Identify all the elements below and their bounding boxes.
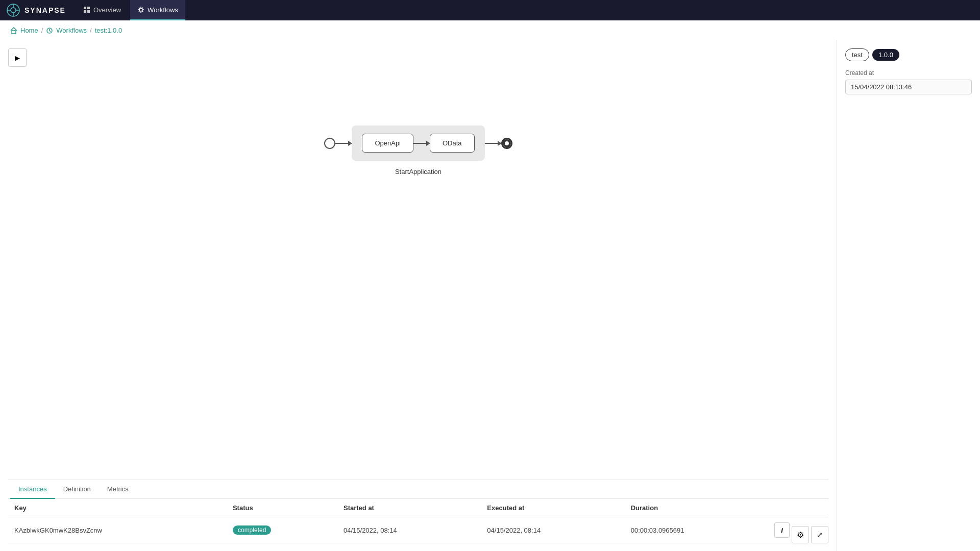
svg-rect-7 [87, 7, 90, 9]
nav-tab-overview[interactable]: Overview [76, 0, 128, 20]
workflow-tags: test 1.0.0 [845, 48, 972, 61]
openapi-label: OpenApi [375, 139, 401, 147]
expand-button[interactable]: ⤢ [811, 526, 828, 543]
tab-list: Instances Definition Metrics [8, 480, 828, 499]
diagram-flow: OpenApi OData [324, 126, 512, 161]
logo-text: SYNAPSE [24, 6, 66, 14]
settings-button[interactable]: ⚙ [792, 526, 809, 543]
svg-point-1 [11, 8, 16, 13]
diagram-canvas: OpenApi OData StartApplication [324, 126, 512, 176]
cell-status: completed [227, 517, 337, 543]
diagram-area: OpenApi OData StartApplication [8, 48, 828, 253]
breadcrumb-sep-2: / [90, 27, 92, 34]
breadcrumb: Home / Workflows / test:1.0.0 [0, 20, 980, 40]
workflow-version-tag: 1.0.0 [872, 49, 899, 61]
svg-rect-9 [87, 10, 90, 13]
tabs-section: Instances Definition Metrics Key Status … [8, 480, 828, 543]
tab-definition-label: Definition [63, 485, 91, 493]
svg-rect-11 [12, 31, 16, 34]
instances-table: Key Status Started at Executed at Durati… [8, 499, 828, 543]
col-actions [768, 499, 828, 517]
tab-metrics-label: Metrics [107, 485, 129, 493]
nav-tab-workflows-label: Workflows [148, 6, 178, 14]
top-nav: SYNAPSE Overview Workflows [0, 0, 980, 20]
svg-rect-8 [84, 10, 86, 13]
table-row: KAzblwkGK0mwK28BsvZcnw completed 04/15/2… [8, 517, 828, 543]
process-group-label: StartApplication [395, 168, 442, 176]
table-header-row: Key Status Started at Executed at Durati… [8, 499, 828, 517]
logo-area: SYNAPSE [6, 3, 66, 17]
odata-node[interactable]: OData [430, 134, 475, 153]
breadcrumb-sep-1: / [41, 27, 43, 34]
cell-executed: 04/15/2022, 08:14 [481, 517, 624, 543]
nav-tab-workflows[interactable]: Workflows [130, 0, 185, 20]
cell-duration: 00:00:03.0965691 [625, 517, 768, 543]
tab-metrics[interactable]: Metrics [99, 480, 137, 499]
grid-icon [83, 6, 90, 13]
end-circle [501, 138, 512, 149]
settings-icon: ⚙ [797, 530, 804, 540]
col-started: Started at [337, 499, 481, 517]
row-info-button[interactable]: i [774, 522, 790, 538]
main-layout: ▶ OpenApi OData [0, 40, 980, 551]
table-body: KAzblwkGK0mwK28BsvZcnw completed 04/15/2… [8, 517, 828, 543]
breadcrumb-workflows[interactable]: Workflows [56, 27, 87, 34]
nav-tab-overview-label: Overview [93, 6, 121, 14]
created-label: Created at [845, 69, 972, 77]
right-panel: test 1.0.0 Created at 15/04/2022 08:13:4… [837, 40, 980, 551]
tab-instances-label: Instances [18, 485, 47, 493]
col-duration: Duration [625, 499, 768, 517]
arrow-1 [335, 143, 352, 144]
openapi-node[interactable]: OpenApi [362, 134, 413, 153]
arrow-2 [413, 143, 430, 144]
start-circle [324, 138, 335, 149]
tab-instances[interactable]: Instances [10, 480, 55, 499]
workflow-name-tag: test [845, 48, 869, 61]
svg-point-10 [139, 8, 142, 11]
breadcrumb-current[interactable]: test:1.0.0 [95, 27, 122, 34]
status-badge: completed [233, 525, 271, 535]
cell-started: 04/15/2022, 08:14 [337, 517, 481, 543]
expand-icon: ⤢ [817, 531, 823, 539]
col-status: Status [227, 499, 337, 517]
left-panel: ▶ OpenApi OData [0, 40, 837, 551]
breadcrumb-home[interactable]: Home [20, 27, 38, 34]
arrow-3 [485, 143, 501, 144]
cell-key: KAzblwkGK0mwK28BsvZcnw [8, 517, 227, 543]
odata-label: OData [443, 139, 462, 147]
home-icon [10, 27, 17, 34]
table-header: Key Status Started at Executed at Durati… [8, 499, 828, 517]
svg-rect-6 [84, 7, 86, 9]
created-value: 15/04/2022 08:13:46 [845, 80, 972, 94]
tab-definition[interactable]: Definition [55, 480, 99, 499]
process-group: OpenApi OData [352, 126, 484, 161]
diagram-controls: ⚙ ⤢ [792, 526, 828, 543]
col-executed: Executed at [481, 499, 624, 517]
col-key: Key [8, 499, 227, 517]
info-icon: i [781, 527, 783, 534]
synapse-logo-icon [6, 3, 20, 17]
gear-icon [137, 6, 144, 13]
breadcrumb-workflows-icon [46, 27, 53, 34]
